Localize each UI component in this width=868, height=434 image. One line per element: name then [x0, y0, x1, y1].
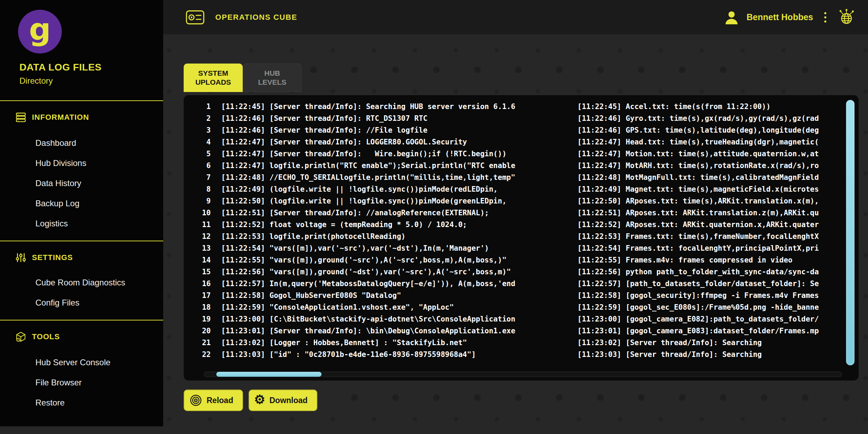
- log-text-left: [11:22:59] "ConsoleApplication1.vshost.e…: [221, 301, 577, 313]
- sidebar-item-hub-divisions[interactable]: Hub Divisions: [0, 153, 163, 173]
- log-text-left: [11:23:00] [C:\BitBucket\stackify-api-do…: [221, 313, 577, 325]
- log-text-right: [11:22:59] [gogol_sec_E080s]:/Frame%05d.…: [577, 301, 838, 313]
- line-number: 17: [191, 290, 211, 301]
- divider: [0, 241, 163, 241]
- log-text-left: [11:22:46] [Server thread/Info]: //File …: [221, 124, 577, 136]
- line-number: 8: [191, 183, 211, 195]
- log-line: 17[11:22:58] Gogol_HubServerE080S "Datal…: [191, 290, 838, 301]
- line-number: 14: [191, 254, 211, 266]
- line-number: 20: [191, 325, 211, 337]
- section-label: TOOLS: [32, 332, 60, 341]
- log-text-left: [11:22:54] "vars([m]),var('~src'),var('~…: [221, 242, 577, 254]
- sidebar-item-dashboard[interactable]: Dashboard: [0, 133, 163, 153]
- cube-gear-icon: [15, 331, 26, 342]
- sidebar-items-tools: Hub Server ConsoleFile BrowserRestore: [0, 352, 163, 413]
- line-number: 10: [191, 207, 211, 219]
- log-text-right: [11:23:00] [gogol_camera_E082]:path_to_d…: [577, 313, 838, 325]
- log-line: 18[11:22:59] "ConsoleApplication1.vshost…: [191, 301, 838, 313]
- network-globe-icon[interactable]: [837, 8, 856, 26]
- log-line: 1[11:22:45] [Server thread/Info]: Search…: [191, 101, 838, 112]
- line-number: 12: [191, 231, 211, 242]
- log-text-left: [11:22:48] //ECHO_TO_SERIALlogfile.print…: [221, 172, 577, 183]
- sidebar-item-restore[interactable]: Restore: [0, 393, 163, 413]
- app-logo: g: [18, 10, 62, 53]
- log-text-right: [11:22:45] Accel.txt: time(s(from 11:22:…: [577, 101, 838, 112]
- sidebar-item-backup-log[interactable]: Backup Log: [0, 193, 163, 214]
- line-number: 18: [191, 301, 211, 313]
- log-text-left: [11:22:46] [Server thread/Info]: RTC_DS1…: [221, 112, 577, 124]
- log-line: 19[11:23:00] [C:\BitBucket\stackify-api-…: [191, 313, 838, 325]
- log-line: 5[11:22:47] [Server thread/Info]: Wire.b…: [191, 148, 838, 160]
- divider: [0, 320, 163, 320]
- vertical-scrollbar-thumb[interactable]: [846, 100, 854, 365]
- tab-system-uploads[interactable]: SYSTEM UPLOADS: [184, 64, 243, 92]
- log-text-left: [11:22:53] logfile.print(photocellReadin…: [221, 231, 577, 242]
- reload-button[interactable]: Reload: [184, 390, 243, 411]
- log-text-right: [11:22:58] [gogol_security]:ffmpeg -i Fr…: [577, 290, 838, 301]
- log-text-left: [11:22:49] (logfile.write || !logfile.sy…: [221, 183, 577, 195]
- account-area: Bennett Hobbes: [724, 8, 856, 26]
- log-text-right: [11:22:52] ARposes.txt: ARKit.quaternion…: [577, 219, 838, 231]
- sliders-icon: [15, 252, 26, 263]
- log-line: 14[11:22:55] "vars([m]),ground('~src'),A…: [191, 254, 838, 266]
- sidebar-item-data-history[interactable]: Data History: [0, 173, 163, 193]
- log-text-left: [11:22:47] [Server thread/Info]: LOGGER8…: [221, 136, 577, 148]
- tab-hub-levels[interactable]: HUB LEVELS: [243, 64, 302, 92]
- log-text-left: [11:22:47] [Server thread/Info]: Wire.be…: [221, 148, 577, 160]
- log-line: 6[11:22:47] logfile.println("RTC enable"…: [191, 160, 838, 172]
- sidebar-item-cube-room-diagnostics[interactable]: Cube Room Diagnostics: [0, 273, 163, 293]
- line-number: 7: [191, 172, 211, 183]
- log-line: 10[11:22:51] [Server thread/Info]: //ana…: [191, 207, 838, 219]
- log-text-right: [11:22:46] Gyro.txt: time(s),gx(rad/s),g…: [577, 112, 838, 124]
- log-text-right: [11:23:01] [gogol_camera_E083]:dataset_f…: [577, 325, 838, 337]
- line-number: 5: [191, 148, 211, 160]
- log-text-left: [11:22:45] [Server thread/Info]: Searchi…: [221, 101, 577, 112]
- sidebar-item-config-files[interactable]: Config Files: [0, 293, 163, 313]
- gear-icon: ⚙: [254, 393, 265, 406]
- user-avatar-icon[interactable]: [724, 10, 739, 25]
- vertical-scrollbar-track[interactable]: [845, 99, 855, 366]
- log-text-right: [11:22:47] MotARH.txt: time(s),rotationR…: [577, 160, 838, 172]
- brand-subtitle: Directory: [19, 76, 163, 86]
- sidebar-section-settings: SETTINGS: [0, 249, 163, 266]
- brand-title: DATA LOG FILES: [19, 62, 163, 73]
- log-text-right: [11:23:03] [Server thread/Info]: Searchi…: [577, 349, 838, 360]
- log-text-left: [11:22:57] In(m,query('MetabossDatalogQu…: [221, 278, 577, 290]
- log-text-right: [11:22:51] ARposes.txt: ARKit.translatio…: [577, 207, 838, 219]
- divider: [0, 100, 163, 101]
- horizontal-scrollbar-track[interactable]: [204, 372, 842, 377]
- section-label: INFORMATION: [32, 113, 89, 122]
- download-button[interactable]: ⚙ Download: [249, 390, 317, 411]
- concentric-rings-icon: [189, 394, 202, 407]
- log-line: 13[11:22:54] "vars([m]),var('~src'),var(…: [191, 242, 838, 254]
- sidebar-item-hub-server-console[interactable]: Hub Server Console: [0, 352, 163, 373]
- sidebar-items-settings: Cube Room DiagnosticsConfig Files: [0, 273, 163, 313]
- log-text-left: [11:22:55] "vars([m]),ground('~src'),A('…: [221, 254, 577, 266]
- line-number: 15: [191, 266, 211, 278]
- horizontal-scrollbar-thumb[interactable]: [216, 372, 322, 377]
- log-text-right: [11:22:54] Frames.txt: focalLenghtY,prin…: [577, 242, 838, 254]
- log-console: 1[11:22:45] [Server thread/Info]: Search…: [184, 95, 859, 381]
- log-line: 9[11:22:50] (logfile.write || !logfile.s…: [191, 195, 838, 207]
- log-text-right: [11:22:50] ARposes.txt: time(s),ARKit.tr…: [577, 195, 838, 207]
- log-text-left: [11:22:58] Gogol_HubServerE080S "Datalog…: [221, 290, 577, 301]
- sidebar-item-file-browser[interactable]: File Browser: [0, 373, 163, 393]
- sidebar-item-logistics[interactable]: Logistics: [0, 214, 163, 234]
- line-number: 4: [191, 136, 211, 148]
- line-number: 22: [191, 349, 211, 360]
- sidebar-items-information: DashboardHub DivisionsData HistoryBackup…: [0, 133, 163, 234]
- log-line: 22[11:23:03] ["id" : "0c28701b-e4de-11e6…: [191, 349, 838, 360]
- log-line: 20[11:23:01] [Server thread/Info]: \bin\…: [191, 325, 838, 337]
- log-line: 2[11:22:46] [Server thread/Info]: RTC_DS…: [191, 112, 838, 124]
- log-text-right: [11:22:47] Head.txt: time(s),trueHeading…: [577, 136, 838, 148]
- log-line: 7[11:22:48] //ECHO_TO_SERIALlogfile.prin…: [191, 172, 838, 183]
- log-text-right: [11:22:55] Frames.m4v: frames compressed…: [577, 254, 838, 266]
- line-number: 1: [191, 101, 211, 112]
- line-number: 6: [191, 160, 211, 172]
- overflow-menu-button[interactable]: [821, 10, 830, 25]
- log-text-left: [11:22:47] logfile.println("RTC enable")…: [221, 160, 577, 172]
- log-line: 16[11:22:57] In(m,query('MetabossDatalog…: [191, 278, 838, 290]
- line-number: 3: [191, 124, 211, 136]
- sidebar: g DATA LOG FILES Directory INFORMATION D…: [0, 0, 163, 426]
- log-text-left: [11:23:01] [Server thread/Info]: \bin\De…: [221, 325, 577, 337]
